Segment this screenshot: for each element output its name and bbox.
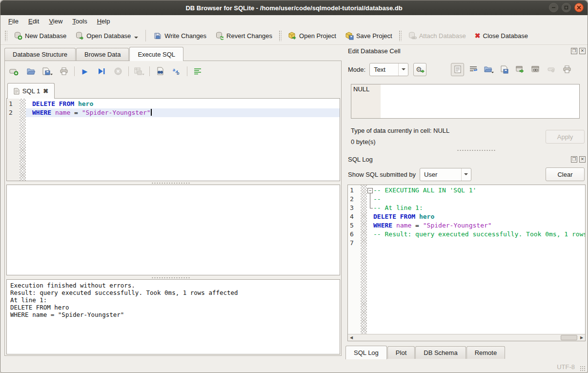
save-results-icon bbox=[134, 67, 144, 76]
toolbar-separator bbox=[187, 66, 187, 76]
print-button[interactable] bbox=[58, 65, 70, 78]
execution-messages[interactable]: Execution finished without errors.Result… bbox=[6, 279, 340, 354]
toolbar-separator bbox=[149, 66, 150, 76]
scroll-left-icon[interactable]: ◀ bbox=[348, 334, 355, 341]
dock-tabbar: SQL Log Plot DB Schema Remote bbox=[345, 346, 506, 359]
set-null-icon bbox=[547, 66, 555, 72]
open-sql-file-icon bbox=[26, 67, 35, 76]
new-tab-button[interactable] bbox=[8, 65, 20, 78]
dock-tab-plot[interactable]: Plot bbox=[387, 346, 415, 359]
dock-tab-sql-log[interactable]: SQL Log bbox=[345, 346, 387, 359]
auto-apply-button[interactable]: ⚙ bbox=[413, 63, 426, 76]
tab-database-structure[interactable]: Database Structure bbox=[4, 48, 76, 61]
submitter-select[interactable]: User bbox=[420, 168, 471, 181]
auto-complete-icon: ab bbox=[172, 67, 181, 76]
clear-button[interactable]: Clear bbox=[546, 167, 585, 181]
svg-text:⚙: ⚙ bbox=[416, 65, 422, 73]
minimize-button[interactable] bbox=[549, 3, 558, 12]
log-code: -- EXECUTING ALL IN 'SQL 1'---- At line … bbox=[367, 186, 585, 248]
stop-button[interactable] bbox=[112, 65, 124, 78]
export-data-button[interactable] bbox=[498, 63, 511, 76]
attach-database-button[interactable]: Attach Database bbox=[404, 29, 470, 42]
execute-line-button[interactable] bbox=[95, 65, 108, 78]
save-project-button[interactable]: Save Project bbox=[341, 29, 397, 42]
open-database-button[interactable]: Open Database bbox=[71, 29, 142, 42]
word-wrap-button[interactable] bbox=[191, 65, 204, 78]
write-changes-button[interactable]: Write Changes bbox=[149, 29, 211, 42]
scrollbar-thumb[interactable] bbox=[561, 335, 577, 340]
sql-editor[interactable]: 12 DELETE FROM heroWHERE name = "Spider-… bbox=[6, 98, 340, 181]
menu-file[interactable]: File bbox=[3, 16, 23, 26]
statusbar: UTF-8 bbox=[0, 357, 588, 373]
open-sql-file-button[interactable] bbox=[24, 65, 37, 78]
cell-size-text: 0 byte(s) bbox=[351, 138, 376, 145]
scroll-right-icon[interactable]: ▶ bbox=[578, 334, 585, 341]
sql-log-title: SQL Log bbox=[348, 156, 373, 163]
close-dock-icon[interactable]: ✕ bbox=[579, 48, 586, 54]
filter-label: Show SQL submitted by bbox=[348, 171, 416, 178]
sql-log-pane[interactable]: 1234567 -- EXECUTING ALL IN 'SQL 1'---- … bbox=[347, 185, 586, 341]
svg-text:a: a bbox=[173, 67, 176, 72]
window-link-icon bbox=[531, 66, 540, 73]
log-horizontal-scrollbar[interactable]: ◀ ▶ bbox=[348, 334, 585, 341]
chevron-down-icon bbox=[461, 168, 471, 181]
menubar: File Edit View Tools Help bbox=[0, 15, 588, 27]
auto-complete-button[interactable]: ab bbox=[170, 65, 183, 78]
open-database-dropdown-icon[interactable] bbox=[134, 37, 138, 39]
toolbar-handle[interactable] bbox=[279, 30, 282, 41]
encoding-indicator[interactable]: UTF-8 bbox=[557, 363, 575, 371]
text-mode-button[interactable] bbox=[451, 63, 464, 76]
results-pane[interactable] bbox=[6, 185, 340, 275]
open-project-button[interactable]: Open Project bbox=[284, 29, 341, 42]
word-wrap-cell-button[interactable] bbox=[466, 63, 480, 76]
minimize-icon bbox=[551, 5, 556, 10]
execute-all-button[interactable]: ▶ bbox=[79, 65, 91, 78]
dock-tab-remote[interactable]: Remote bbox=[466, 346, 506, 359]
dock-tab-db-schema[interactable]: DB Schema bbox=[415, 346, 466, 359]
resize-grip[interactable] bbox=[580, 366, 586, 372]
menu-view[interactable]: View bbox=[44, 16, 67, 26]
open-database-icon bbox=[75, 31, 84, 40]
mode-select[interactable]: Text bbox=[369, 63, 408, 76]
editor-results-splitter[interactable] bbox=[151, 182, 190, 184]
apply-cell-button[interactable] bbox=[513, 63, 527, 76]
save-results-button[interactable] bbox=[133, 65, 145, 78]
dock-splitter[interactable] bbox=[457, 149, 496, 151]
find-replace-button[interactable] bbox=[154, 65, 166, 78]
editor-code[interactable]: DELETE FROM heroWHERE name = "Spider-You… bbox=[26, 100, 340, 117]
close-database-button[interactable]: ✖ Close Database bbox=[470, 29, 532, 42]
apply-button[interactable]: Apply bbox=[546, 130, 585, 144]
tab-execute-sql[interactable]: Execute SQL bbox=[129, 47, 183, 61]
toolbar-separator bbox=[145, 30, 146, 41]
menu-tools[interactable]: Tools bbox=[67, 16, 92, 26]
print-icon bbox=[563, 65, 571, 73]
mode-value: Text bbox=[370, 66, 398, 73]
menu-help[interactable]: Help bbox=[92, 16, 115, 26]
save-sql-file-button[interactable] bbox=[41, 65, 54, 78]
import-data-button[interactable] bbox=[482, 63, 495, 76]
titlebar[interactable]: DB Browser for SQLite - /home/user/code/… bbox=[0, 0, 588, 15]
results-messages-splitter[interactable] bbox=[151, 277, 190, 279]
float-dock-icon[interactable]: ❐ bbox=[571, 48, 577, 54]
open-file-icon bbox=[484, 65, 494, 74]
toolbar-handle[interactable] bbox=[399, 30, 402, 41]
maximize-icon bbox=[564, 5, 568, 10]
cell-editor[interactable]: NULL bbox=[351, 84, 580, 119]
revert-changes-button[interactable]: Revert Changes bbox=[211, 29, 277, 42]
link-cell-button[interactable] bbox=[529, 63, 542, 76]
menu-edit[interactable]: Edit bbox=[23, 16, 44, 26]
set-null-button[interactable] bbox=[545, 63, 558, 76]
window-controls bbox=[549, 3, 584, 12]
app-window: DB Browser for SQLite - /home/user/code/… bbox=[0, 0, 588, 373]
maximize-button[interactable] bbox=[562, 3, 571, 12]
close-sql-tab-icon[interactable]: ✖ bbox=[43, 87, 48, 95]
new-database-button[interactable]: New Database bbox=[9, 29, 71, 42]
close-button[interactable] bbox=[574, 3, 584, 12]
sql-document-tab[interactable]: SQL 1 ✖ bbox=[7, 83, 55, 99]
tab-browse-data[interactable]: Browse Data bbox=[76, 48, 129, 61]
float-dock-icon[interactable]: ❐ bbox=[571, 156, 577, 163]
toolbar-handle[interactable] bbox=[4, 30, 7, 41]
print-cell-button[interactable] bbox=[560, 63, 573, 76]
close-dock-icon[interactable]: ✕ bbox=[579, 156, 586, 163]
submitter-value: User bbox=[420, 171, 461, 178]
